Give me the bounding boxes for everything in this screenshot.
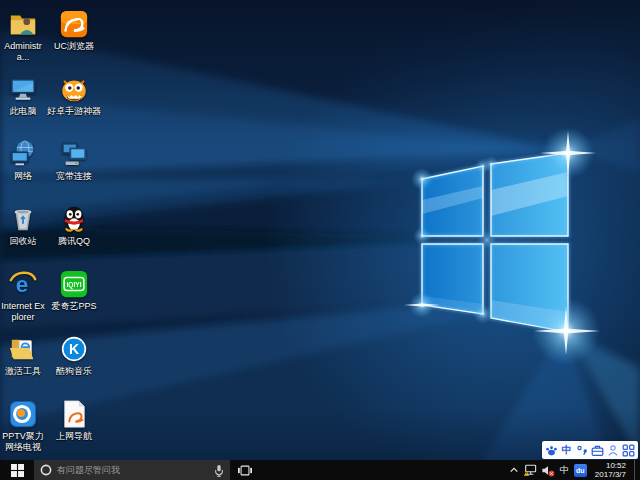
iqiyi-icon: iQIYI — [59, 269, 89, 299]
icon-label: UC浏览器 — [45, 41, 103, 52]
search-placeholder-text: 有问题尽管问我 — [57, 464, 209, 477]
ime-toolbox-icon[interactable] — [591, 442, 604, 458]
ime-punctuation-button[interactable] — [576, 442, 589, 458]
cortana-search-box[interactable]: 有问题尽管问我 — [34, 460, 230, 480]
desktop-icon-pptv[interactable]: PPTV聚力 网络电视 — [1, 398, 45, 453]
tray-ime-language-indicator[interactable]: 中 — [559, 460, 570, 480]
qq-penguin-icon — [59, 204, 89, 234]
desktop[interactable]: Administra... 此电脑 网络 回收站 — [0, 0, 640, 480]
icon-label: 上网导航 — [45, 431, 103, 442]
tray-volume-muted[interactable] — [541, 460, 555, 480]
icon-label: 回收站 — [1, 236, 45, 247]
desktop-icon-administrator[interactable]: Administra... — [1, 8, 45, 63]
desktop-icon-internet-explorer[interactable]: e Internet Explorer — [1, 268, 45, 323]
desktop-icon-uc-browser[interactable]: UC浏览器 — [45, 8, 103, 52]
windows-logo-icon — [11, 464, 24, 477]
desktop-icon-broadband[interactable]: 宽带连接 — [45, 138, 103, 182]
network-warning-icon — [523, 464, 537, 477]
ime-account-icon[interactable] — [607, 442, 620, 458]
icon-label: Internet Explorer — [1, 301, 45, 323]
svg-text:iQIYI: iQIYI — [67, 281, 82, 289]
chevron-up-icon — [509, 466, 519, 474]
tray-baidu-ime-icon[interactable]: du — [574, 464, 587, 477]
show-desktop-button[interactable] — [634, 460, 638, 480]
desktop-icon-network[interactable]: 网络 — [1, 138, 45, 182]
start-button[interactable] — [0, 460, 34, 480]
baidu-logo-paw-icon[interactable] — [545, 442, 558, 458]
recycle-bin-icon — [8, 204, 38, 234]
icon-label: 激活工具 — [1, 366, 45, 377]
desktop-icon-recycle-bin[interactable]: 回收站 — [1, 203, 45, 247]
kugou-icon: K — [59, 334, 89, 364]
web-navigation-icon — [59, 399, 89, 429]
clock-time: 10:52 — [595, 461, 626, 470]
system-tray: 中 du 10:52 2017/3/7 — [509, 460, 640, 480]
uc-browser-icon — [59, 9, 89, 39]
internet-explorer-icon: e — [8, 269, 38, 299]
icon-label: 网络 — [1, 171, 45, 182]
icon-label: PPTV聚力 网络电视 — [1, 431, 45, 453]
desktop-icon-web-navigation[interactable]: 上网导航 — [45, 398, 103, 442]
desktop-icon-haozhuo-game[interactable]: 好卓手游神器 — [45, 73, 103, 117]
icon-label: 此电脑 — [1, 106, 45, 117]
ime-chinese-mode-button[interactable]: 中 — [560, 442, 573, 458]
svg-text:e: e — [16, 272, 29, 297]
cortana-icon — [40, 464, 52, 476]
icon-label: 腾讯QQ — [45, 236, 103, 247]
desktop-icon-kugou-music[interactable]: K 酷狗音乐 — [45, 333, 103, 377]
icon-label: Administra... — [1, 41, 45, 63]
desktop-icon-tencent-qq[interactable]: 腾讯QQ — [45, 203, 103, 247]
this-pc-icon — [8, 74, 38, 104]
icon-label: 好卓手游神器 — [45, 106, 103, 117]
tray-clock[interactable]: 10:52 2017/3/7 — [591, 461, 630, 479]
volume-muted-icon — [541, 464, 555, 477]
tray-hidden-icons-chevron[interactable] — [509, 460, 519, 480]
task-view-icon — [238, 465, 252, 476]
icon-label: 宽带连接 — [45, 171, 103, 182]
desktop-icon-this-pc[interactable]: 此电脑 — [1, 73, 45, 117]
tray-network-status[interactable] — [523, 460, 537, 480]
icon-label: 爱奇艺PPS — [45, 301, 103, 312]
user-folder-icon — [8, 9, 38, 39]
icon-label: 酷狗音乐 — [45, 366, 103, 377]
ime-panel-grid-icon[interactable] — [622, 442, 635, 458]
desktop-icon-iqiyi-pps[interactable]: iQIYI 爱奇艺PPS — [45, 268, 103, 312]
baidu-ime-toolbar[interactable]: 中 — [542, 441, 638, 459]
taskbar-empty-area — [260, 460, 509, 480]
broadband-connection-icon — [59, 139, 89, 169]
svg-text:K: K — [69, 341, 80, 357]
monster-game-icon — [59, 74, 89, 104]
desktop-icon-activation-tools[interactable]: 激活工具 — [1, 333, 45, 377]
pptv-icon — [8, 399, 38, 429]
network-icon — [8, 139, 38, 169]
task-view-button[interactable] — [230, 460, 260, 480]
taskbar: 有问题尽管问我 — [0, 460, 640, 480]
activation-tools-icon — [8, 334, 38, 364]
microphone-icon[interactable] — [214, 464, 224, 477]
clock-date: 2017/3/7 — [595, 470, 626, 479]
